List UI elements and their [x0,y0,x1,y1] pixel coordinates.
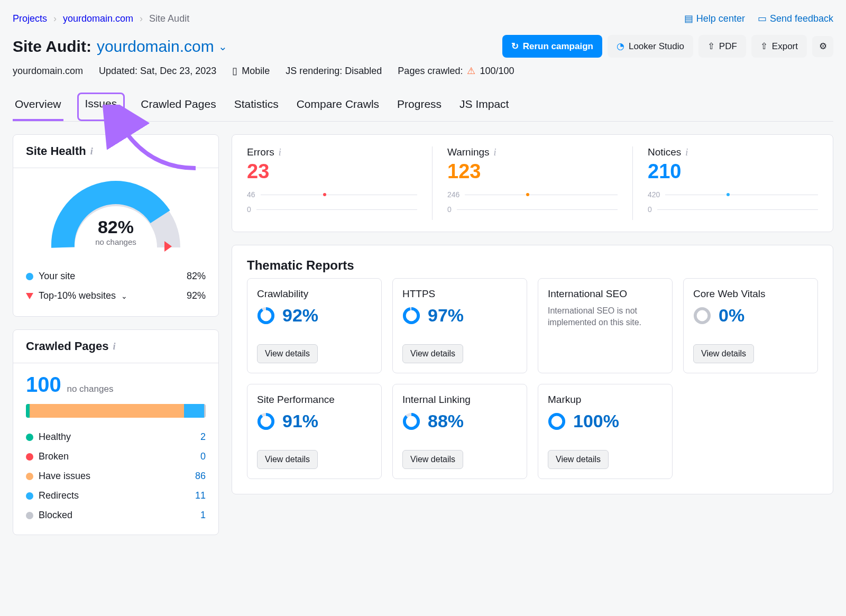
settings-button[interactable]: ⚙ [812,36,833,57]
info-icon[interactable]: i [279,147,281,158]
info-icon[interactable]: i [113,341,116,352]
svg-point-4 [404,308,418,322]
metric-warnings[interactable]: Warningsi 123 246 0 [433,146,633,220]
thematic-intl-seo: International SEO International SEO is n… [538,278,673,373]
breadcrumb: Projects › yourdomain.com › Site Audit [13,13,189,24]
site-health-title: Site Health [26,144,86,158]
mobile-icon: ▯ [232,65,237,77]
donut-icon [257,412,275,430]
help-center-link[interactable]: ▤Help center [684,13,745,24]
dot-icon [26,453,33,461]
gear-icon: ⚙ [819,41,827,52]
donut-icon [693,307,711,325]
cp-redirects-val[interactable]: 11 [190,490,206,501]
svg-point-2 [259,308,273,322]
errors-trend-chart: 46 0 [247,190,417,214]
send-feedback-link[interactable]: ▭Send feedback [758,13,833,24]
info-icon[interactable]: i [494,147,496,158]
chat-icon: ▭ [758,13,767,24]
breadcrumb-tool: Site Audit [149,13,189,24]
thematic-linking: Internal Linking 88% View details [392,384,527,479]
dot-icon [26,273,33,280]
tab-crawled-pages[interactable]: Crawled Pages [139,93,218,121]
legend-top10-pct: 92% [187,290,206,301]
legend-top10[interactable]: Top-10% websites [39,290,116,301]
chevron-down-icon: ⌄ [218,40,227,53]
info-icon[interactable]: i [685,147,688,158]
rerun-campaign-button[interactable]: ↻ Rerun campaign [502,35,602,58]
thematic-https: HTTPS 97% View details [392,278,527,373]
cp-broken-label: Broken [39,451,69,462]
looker-icon: ◔ [617,41,624,52]
donut-icon [402,412,420,430]
crawled-subtext: no changes [67,384,113,394]
donut-icon [402,307,420,325]
cp-blocked-val[interactable]: 1 [190,510,206,521]
notices-trend-chart: 420 0 [648,190,818,214]
intl-seo-note: International SEO is not implemented on … [548,305,663,329]
refresh-icon: ↻ [511,41,519,52]
svg-point-5 [695,308,709,322]
tab-issues[interactable]: Issues [77,93,125,121]
svg-point-10 [550,414,564,428]
tab-js-impact[interactable]: JS Impact [457,93,511,121]
view-details-button[interactable]: View details [402,450,463,469]
thematic-performance: Site Performance 91% View details [247,384,382,479]
meta-domain: yourdomain.com [13,65,83,77]
meta-js: JS rendering: Disabled [286,65,382,77]
view-details-button[interactable]: View details [548,450,609,469]
chevron-right-icon: › [53,13,57,24]
cp-blocked-label: Blocked [39,510,72,521]
donut-icon [548,412,566,430]
cp-issues-label: Have issues [39,471,90,482]
site-health-gauge: 82% no changes [13,168,218,263]
domain-selector[interactable]: yourdomain.com ⌄ [97,38,227,56]
view-details-button[interactable]: View details [402,344,463,363]
triangle-icon [26,293,33,299]
svg-point-9 [404,414,418,428]
dot-icon [26,473,33,480]
view-details-button[interactable]: View details [257,450,318,469]
meta-crawled: Pages crawled: ⚠ 100/100 [398,65,514,77]
breadcrumb-domain[interactable]: yourdomain.com [63,13,133,24]
book-icon: ▤ [684,13,693,24]
cp-healthy-label: Healthy [39,431,71,443]
gauge-percent: 82% [95,217,136,237]
cp-healthy-val[interactable]: 2 [190,431,206,443]
metric-notices[interactable]: Noticesi 210 420 0 [633,146,833,220]
crawled-count: 100 [26,373,61,396]
tab-compare-crawls[interactable]: Compare Crawls [295,93,381,121]
crawled-pages-title: Crawled Pages [26,339,109,353]
dot-icon [26,492,33,500]
thematic-markup: Markup 100% View details [538,384,673,479]
site-health-card: Site Health i 82% no changes Your site 8… [13,134,219,317]
crawled-stacked-bar [26,404,206,418]
meta-updated: Updated: Sat, Dec 23, 2023 [99,65,216,77]
view-details-button[interactable]: View details [257,344,318,363]
view-details-button[interactable]: View details [693,344,754,363]
thematic-crawlability: Crawlability 92% View details [247,278,382,373]
meta-device: ▯Mobile [232,65,270,77]
dot-icon [26,434,33,441]
looker-studio-button[interactable]: ◔ Looker Studio [608,35,693,58]
chevron-down-icon: ⌄ [121,292,127,300]
warnings-trend-chart: 246 0 [447,190,618,214]
metric-errors[interactable]: Errorsi 23 46 0 [232,146,433,220]
cp-broken-val[interactable]: 0 [190,451,206,462]
tab-progress[interactable]: Progress [395,93,444,121]
thematic-title: Thematic Reports [232,245,833,278]
info-icon[interactable]: i [90,146,93,157]
breadcrumb-projects[interactable]: Projects [13,13,47,24]
crawled-pages-card: Crawled Pages i 100 no changes Healthy2 … [13,329,219,535]
export-button[interactable]: ⇧ Export [751,35,807,58]
pdf-button[interactable]: ⇧ PDF [698,35,746,58]
donut-icon [257,307,275,325]
upload-icon: ⇧ [760,41,768,52]
page-title: Site Audit: [13,38,91,56]
tab-overview[interactable]: Overview [13,93,63,121]
errors-value: 23 [247,160,417,183]
thematic-cwv: Core Web Vitals 0% View details [683,278,818,373]
warning-icon: ⚠ [467,65,475,77]
tab-statistics[interactable]: Statistics [232,93,281,121]
cp-issues-val[interactable]: 86 [190,471,206,482]
